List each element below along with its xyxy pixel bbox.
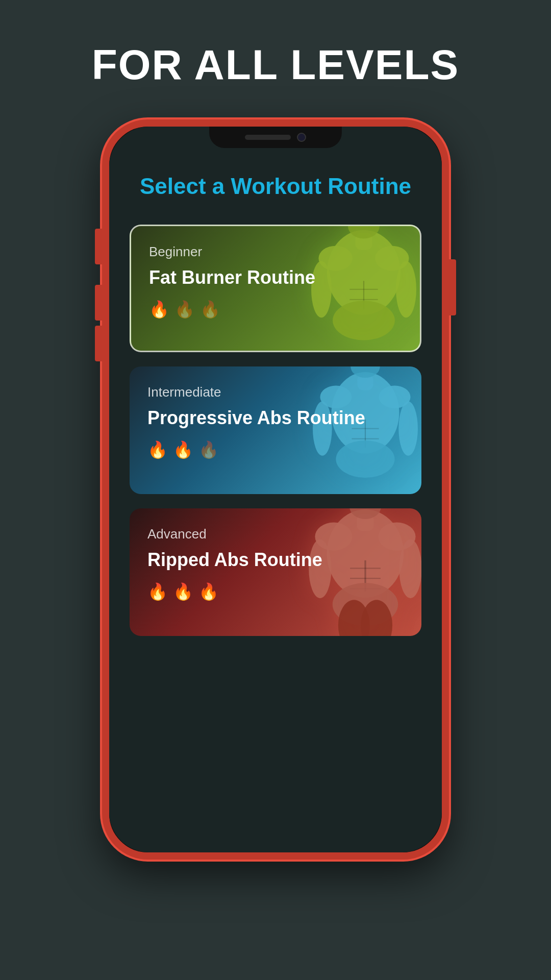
workout-card-advanced[interactable]: Advanced Ripped Abs Routine 🔥 🔥 🔥 xyxy=(130,508,421,636)
card-flames-intermediate: 🔥 🔥 🔥 xyxy=(147,440,365,459)
phone-notch xyxy=(209,127,342,148)
card-level-beginner: Beginner xyxy=(149,244,315,260)
flame-2: 🔥 xyxy=(173,440,193,459)
flame-3: 🔥 xyxy=(200,300,220,319)
flame-1: 🔥 xyxy=(147,440,168,459)
phone-screen: Select a Workout Routine xyxy=(109,127,442,852)
flame-2: 🔥 xyxy=(173,582,193,601)
svg-point-32 xyxy=(399,540,421,598)
flame-3: 🔥 xyxy=(198,582,219,601)
phone-speaker xyxy=(245,135,291,140)
card-text-intermediate: Intermediate Progressive Abs Routine 🔥 🔥… xyxy=(147,384,365,459)
page-title: FOR ALL LEVELS xyxy=(92,41,459,89)
body-silhouette-beginner xyxy=(297,225,421,352)
card-name-advanced: Ripped Abs Routine xyxy=(147,549,322,571)
svg-point-9 xyxy=(396,261,416,318)
workout-card-intermediate[interactable]: Intermediate Progressive Abs Routine 🔥 🔥… xyxy=(130,366,421,494)
card-flames-advanced: 🔥 🔥 🔥 xyxy=(147,582,322,601)
card-name-beginner: Fat Burner Routine xyxy=(149,267,315,288)
svg-point-20 xyxy=(398,402,418,456)
card-name-intermediate: Progressive Abs Routine xyxy=(147,407,365,429)
flame-1: 🔥 xyxy=(149,300,169,319)
phone-camera xyxy=(297,133,306,142)
flame-2: 🔥 xyxy=(174,300,195,319)
card-text-advanced: Advanced Ripped Abs Routine 🔥 🔥 🔥 xyxy=(147,526,322,601)
phone-frame: Select a Workout Routine xyxy=(102,119,449,860)
svg-point-10 xyxy=(333,301,395,340)
card-level-advanced: Advanced xyxy=(147,526,322,542)
card-level-intermediate: Intermediate xyxy=(147,384,365,400)
workout-cards-list: Beginner Fat Burner Routine 🔥 🔥 🔥 xyxy=(130,225,421,636)
card-text-beginner: Beginner Fat Burner Routine 🔥 🔥 🔥 xyxy=(149,244,315,319)
flame-1: 🔥 xyxy=(147,582,168,601)
screen-content: Select a Workout Routine xyxy=(109,148,442,852)
flame-3: 🔥 xyxy=(198,440,219,459)
workout-card-beginner[interactable]: Beginner Fat Burner Routine 🔥 🔥 🔥 xyxy=(130,225,421,352)
screen-title: Select a Workout Routine xyxy=(140,174,411,199)
card-flames-beginner: 🔥 🔥 🔥 xyxy=(149,300,315,319)
